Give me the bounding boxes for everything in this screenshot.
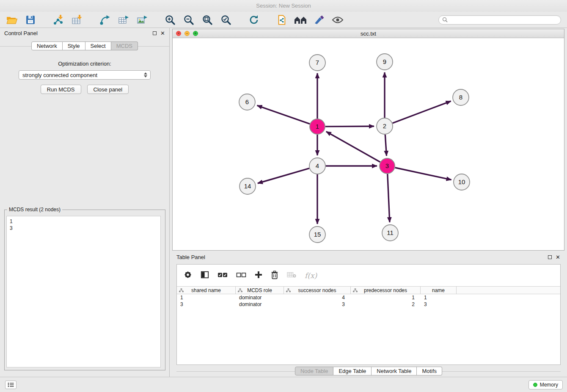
import-network-icon — [53, 14, 64, 25]
graph-node-label: 7 — [316, 59, 319, 66]
network-canvas[interactable]: 7968124314101511 — [173, 38, 564, 250]
search-input[interactable] — [450, 17, 557, 23]
clone-network-button[interactable] — [274, 14, 289, 26]
cell-successor-nodes[interactable]: 3 — [284, 301, 351, 307]
graph-edge-3-11[interactable] — [388, 174, 390, 222]
cell-shared-name[interactable]: 3 — [177, 301, 236, 307]
zoom-traffic-light[interactable]: + — [193, 31, 198, 36]
column-type-icon — [353, 288, 358, 293]
tab-mcds[interactable]: MCDS — [111, 41, 138, 50]
show-columns-button[interactable] — [201, 271, 209, 280]
graph-edge-4-14[interactable] — [258, 168, 309, 183]
column-header-successor-nodes[interactable]: successor nodes — [284, 287, 351, 294]
add-row-button[interactable] — [255, 271, 262, 280]
search-box[interactable] — [438, 15, 561, 25]
graph-node-label: 11 — [387, 229, 394, 236]
graph-node-label: 6 — [245, 98, 249, 105]
deselect-all-button[interactable] — [236, 272, 246, 279]
table-row[interactable]: 1 dominator 4 1 1 — [177, 294, 560, 301]
zoom-fit-button[interactable] — [200, 14, 215, 26]
window-titlebar: Session: New Session — [0, 0, 567, 12]
minimize-traffic-light[interactable]: − — [184, 31, 190, 36]
network-window: ✕ − + scc.txt 7968124314101511 — [172, 29, 564, 251]
graph[interactable]: 7968124314101511 — [173, 38, 564, 250]
tab-style[interactable]: Style — [63, 41, 85, 50]
mcds-result-line: 1 — [10, 218, 157, 225]
cell-name[interactable]: 1 — [421, 295, 457, 301]
cell-predecessor-nodes[interactable]: 1 — [351, 295, 421, 301]
import-table-button[interactable] — [69, 14, 85, 26]
show-details-button[interactable] — [330, 14, 345, 26]
new-network-button[interactable] — [97, 14, 113, 26]
tab-node-table[interactable]: Node Table — [295, 367, 334, 375]
zoom-out-button[interactable] — [181, 14, 196, 26]
export-image-icon — [137, 14, 148, 25]
memory-status-icon — [533, 383, 537, 387]
tab-motifs[interactable]: Motifs — [417, 367, 442, 375]
cell-successor-nodes[interactable]: 4 — [284, 295, 351, 301]
graph-edge-3-1[interactable] — [326, 132, 380, 162]
plus-icon — [255, 271, 262, 279]
export-table-button[interactable] — [116, 14, 131, 26]
style-button[interactable] — [311, 14, 327, 26]
graph-edge-2-3[interactable] — [385, 135, 386, 156]
column-type-icon — [238, 288, 242, 293]
tab-edge-table[interactable]: Edge Table — [333, 367, 372, 375]
memory-button[interactable]: Memory — [528, 380, 563, 389]
deselect-all-icon — [236, 272, 246, 278]
cell-name[interactable]: 3 — [421, 301, 457, 307]
open-folder-icon — [6, 15, 18, 25]
node-table-container: f(x) shared name MCDS role — [176, 264, 561, 365]
zoom-selected-button[interactable] — [218, 14, 234, 26]
zoom-out-icon — [183, 14, 194, 25]
close-icon[interactable]: ✕ — [160, 30, 165, 36]
column-header-mcds-role[interactable]: MCDS role — [236, 287, 284, 294]
graph-node-label: 9 — [383, 58, 386, 65]
column-type-icon — [286, 288, 291, 293]
zoom-in-button[interactable] — [162, 14, 178, 26]
graph-node-label: 14 — [244, 182, 251, 190]
column-header-predecessor-nodes[interactable]: predecessor nodes — [351, 287, 421, 294]
run-mcds-button[interactable]: Run MCDS — [41, 85, 81, 94]
mcds-result-box: MCDS result (2 nodes) 1 3 — [4, 210, 165, 370]
close-panel-button[interactable]: Close panel — [87, 85, 129, 94]
import-network-button[interactable] — [51, 14, 66, 26]
mcds-result-list[interactable]: 1 3 — [6, 216, 161, 367]
tab-network-table[interactable]: Network Table — [372, 367, 417, 375]
open-session-button[interactable] — [4, 14, 19, 26]
refresh-button[interactable] — [246, 14, 261, 26]
save-icon — [25, 15, 36, 25]
maximize-icon[interactable] — [548, 255, 552, 259]
zoom-selected-icon — [220, 14, 231, 25]
cell-mcds-role[interactable]: dominator — [236, 295, 284, 301]
status-bar: Memory — [0, 377, 567, 392]
close-icon[interactable]: ✕ — [556, 254, 560, 260]
column-header-name[interactable]: name — [421, 287, 457, 294]
graph-edge-1-6[interactable] — [257, 105, 310, 124]
criterion-dropdown[interactable]: strongly connected component — [19, 70, 151, 80]
main-toolbar — [0, 12, 567, 28]
layout-button[interactable] — [293, 14, 308, 26]
list-icon — [8, 382, 14, 387]
function-builder-button: f(x) — [305, 271, 317, 280]
cell-predecessor-nodes[interactable]: 2 — [351, 301, 421, 307]
select-all-button[interactable] — [217, 272, 228, 279]
maximize-icon[interactable] — [153, 31, 157, 35]
graph-edge-1-2[interactable] — [325, 126, 374, 127]
graph-edge-3-10[interactable] — [395, 168, 451, 180]
cell-mcds-role[interactable]: dominator — [236, 301, 284, 307]
export-table-icon — [118, 14, 129, 25]
tab-network[interactable]: Network — [31, 41, 63, 50]
save-session-button[interactable] — [23, 14, 38, 26]
tab-select[interactable]: Select — [85, 41, 111, 50]
table-row[interactable]: 3 dominator 3 2 3 — [177, 301, 560, 308]
export-image-button[interactable] — [135, 14, 150, 26]
column-header-shared-name[interactable]: shared name — [177, 287, 236, 294]
table-panel: Table Panel ✕ — [172, 252, 564, 377]
delete-row-button[interactable] — [271, 271, 278, 281]
close-traffic-light[interactable]: ✕ — [176, 31, 181, 36]
task-history-button[interactable] — [5, 381, 17, 389]
graph-edge-2-8[interactable] — [393, 101, 451, 123]
table-settings-button[interactable] — [184, 271, 192, 280]
cell-shared-name[interactable]: 1 — [177, 295, 236, 301]
